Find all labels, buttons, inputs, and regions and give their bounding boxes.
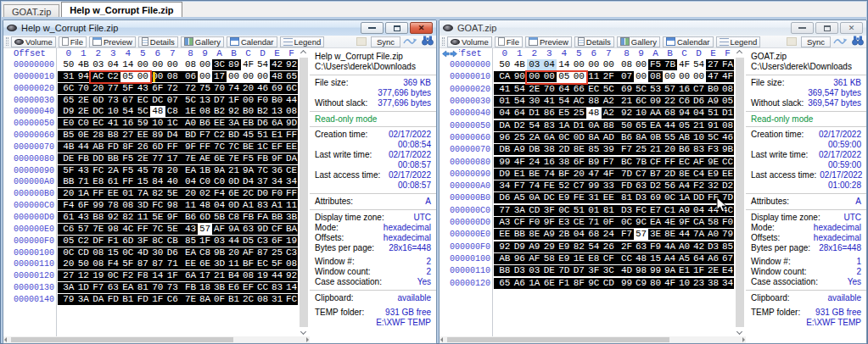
hex-byte[interactable]: BC [619,157,634,168]
hex-byte[interactable]: 65 [497,278,512,289]
hex-byte[interactable]: 44 [677,229,692,240]
hex-byte[interactable]: 67 [720,253,734,264]
hex-byte[interactable]: 04 [692,108,706,119]
hex-byte[interactable]: 8A [586,132,602,143]
hex-byte[interactable]: C0 [212,176,227,187]
hex-byte[interactable]: 9F [542,217,557,228]
gallery-mode-button[interactable]: Gallery [181,36,224,47]
binoculars-search-icon[interactable] [852,36,864,48]
hex-byte[interactable]: 6C [61,83,76,94]
sync-button[interactable]: Sync [371,36,400,47]
preview-mode-button[interactable]: Preview [89,36,136,47]
hex-byte[interactable]: 00 [602,59,617,70]
hex-byte[interactable]: 01 [120,188,136,199]
hex-byte[interactable]: 4F [720,71,734,82]
hex-byte[interactable]: 15 [648,253,663,264]
hex-byte[interactable]: 85 [586,144,602,155]
hex-byte[interactable]: DE [542,265,557,276]
hex-byte[interactable]: 5C [183,95,198,106]
hex-byte[interactable]: 5E [150,212,165,223]
hex-byte[interactable]: 0C [106,270,121,281]
hex-byte[interactable]: 5C [634,84,648,95]
scroll-down-arrow[interactable] [736,329,742,335]
hex-byte[interactable]: 4B [61,141,76,153]
hex-byte[interactable]: 92 [497,241,512,252]
hex-byte[interactable]: BB [106,153,121,164]
hex-byte[interactable]: 77 [106,83,121,94]
hex-byte[interactable]: AA [648,108,663,119]
hex-byte[interactable]: D9 [497,169,512,180]
hex-byte[interactable]: 00 [241,71,255,82]
hex-byte[interactable]: 33 [602,180,617,191]
hex-byte[interactable]: 34 [720,278,734,289]
hex-byte[interactable]: 08 [165,71,181,82]
hex-byte[interactable]: D7 [212,95,227,106]
hex-byte[interactable]: EF [270,141,284,153]
hex-byte[interactable]: 10 [692,132,706,143]
hex-byte[interactable]: 85 [720,241,734,252]
hex-byte[interactable]: 16 [542,157,557,168]
hex-byte[interactable]: E0 [61,118,76,129]
hex-byte[interactable]: 5F [120,258,136,269]
hex-byte[interactable]: 9B [212,247,227,258]
hex-byte[interactable]: 72 [165,83,181,94]
hex-byte[interactable]: CE [572,217,587,228]
hex-byte[interactable]: 5B [212,212,227,223]
scroll-right-arrow[interactable] [742,337,745,342]
hex-byte[interactable]: 4E [663,217,677,228]
hex-byte[interactable]: A0 [677,241,692,252]
hex-byte[interactable]: E8 [586,253,602,264]
hex-byte[interactable]: AB [677,132,692,143]
vertical-scrollbar[interactable] [298,48,310,336]
hex-byte[interactable]: 2B [557,229,572,240]
hex-byte[interactable]: FD [106,294,121,305]
hex-byte[interactable]: 4F [512,157,528,168]
hex-byte[interactable]: 19 [255,270,270,281]
details-mode-button[interactable]: Details [138,36,178,47]
hex-byte[interactable]: 50 [497,59,512,70]
hex-byte[interactable]: 5C [602,84,617,95]
hex-byte[interactable]: C6 [677,96,692,107]
hex-byte[interactable]: E6 [227,282,241,293]
hex-byte[interactable]: 75 [198,83,212,94]
hex-byte[interactable]: 2C [241,188,255,199]
hex-byte[interactable]: 92 [284,270,298,281]
hex-byte[interactable]: D2 [648,180,663,191]
hex-byte[interactable]: 07 [619,71,634,82]
hex-byte[interactable]: 00 [634,71,648,82]
hex-byte[interactable]: 7C [255,165,270,176]
hex-byte[interactable]: A2 [602,96,617,107]
minimize-button[interactable] [361,22,384,34]
hex-byte[interactable]: A1 [241,200,255,211]
hex-byte[interactable]: 00 [692,71,706,82]
hex-byte[interactable]: 1A [557,120,572,131]
hex-byte[interactable]: 5F [61,165,76,176]
hex-byte[interactable]: 08 [284,106,298,117]
hex-byte[interactable]: 0E [76,130,92,141]
hex-byte[interactable]: 43 [183,224,198,235]
hex-byte[interactable]: B8 [106,130,121,141]
hex-byte[interactable]: 96 [512,253,528,264]
hex-byte[interactable]: 5F [270,258,284,269]
hex-byte[interactable]: CB [165,236,181,247]
hex-byte[interactable]: 61 [106,176,121,187]
hex-byte[interactable]: 6F [572,157,587,168]
hex-byte[interactable]: F8 [136,270,151,281]
hex-byte[interactable]: 08 [183,59,198,70]
hex-byte[interactable]: 11 [586,71,602,82]
hex-byte[interactable]: 65 [284,71,298,82]
hex-byte[interactable]: CD [527,205,542,216]
hex-byte[interactable]: 43 [136,83,151,94]
hex-byte[interactable]: B5 [61,130,76,141]
hex-byte[interactable]: 57 [634,229,648,240]
hex-byte[interactable]: 81 [602,205,617,216]
hex-byte[interactable]: 21 [227,165,241,176]
hex-byte[interactable]: 20 [227,247,241,258]
hex-byte[interactable]: DD [91,153,106,164]
details-mode-button[interactable]: Details [574,36,614,47]
hex-byte[interactable]: 99 [586,180,602,191]
hex-byte[interactable]: 64 [557,84,572,95]
hex-byte[interactable]: 0B [648,132,663,143]
hex-byte[interactable]: A3 [497,217,512,228]
hex-byte[interactable]: 6C [284,83,298,94]
